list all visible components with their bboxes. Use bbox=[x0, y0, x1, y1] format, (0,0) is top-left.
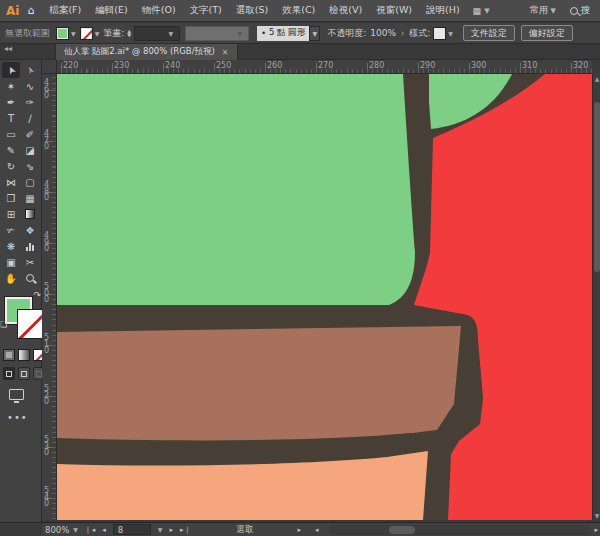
stroke-color-swatch[interactable] bbox=[80, 27, 93, 40]
menu-effect[interactable]: 效果(C) bbox=[275, 4, 322, 17]
free-transform-tool[interactable]: ▢ bbox=[21, 174, 39, 190]
ruler-corner[interactable] bbox=[42, 60, 57, 74]
search-field[interactable]: 搜 bbox=[570, 4, 600, 17]
edit-toolbar-icon[interactable]: ••• bbox=[7, 412, 28, 423]
symbol-sprayer-tool[interactable]: ❋ bbox=[2, 238, 20, 254]
type-tool[interactable]: T bbox=[2, 110, 20, 126]
artboard-tool[interactable]: ▣ bbox=[2, 254, 20, 270]
screen-mode-icon[interactable] bbox=[9, 389, 24, 400]
next-artboard-icon[interactable]: ▸ bbox=[169, 526, 174, 534]
status-pan-arrows[interactable]: ▸ ◂ bbox=[297, 526, 324, 534]
shape-builder-tool[interactable]: ❒ bbox=[2, 190, 20, 206]
line-segment-tool[interactable]: ∕ bbox=[21, 110, 39, 126]
workspace-label: 常用 bbox=[530, 4, 549, 17]
brush-definition-combo[interactable]: • 5 點 圓形 bbox=[257, 26, 309, 41]
preferences-button[interactable]: 偏好設定 bbox=[521, 25, 573, 41]
fill-color-swatch[interactable] bbox=[56, 27, 69, 40]
curvature-tool[interactable]: ✑ bbox=[21, 94, 39, 110]
default-fill-stroke-icon[interactable]: ❏ bbox=[0, 320, 7, 329]
blend-tool[interactable]: ❖ bbox=[21, 222, 39, 238]
opacity-panel-chevron[interactable]: › bbox=[401, 29, 404, 38]
scroll-down-icon[interactable]: ▼ bbox=[593, 512, 600, 519]
menu-type[interactable]: 文字(T) bbox=[183, 4, 229, 17]
gradient-tool[interactable] bbox=[21, 206, 39, 222]
scale-tool[interactable]: ⇘ bbox=[21, 158, 39, 174]
vertical-scrollbar[interactable]: ▲ ▼ bbox=[592, 74, 600, 520]
artboard-dropdown-icon[interactable]: ▼ bbox=[158, 526, 163, 533]
zoom-level[interactable]: 800% bbox=[45, 525, 69, 535]
draw-normal-button[interactable] bbox=[3, 367, 15, 380]
menu-window[interactable]: 視窗(W) bbox=[369, 4, 419, 17]
paintbrush-tool[interactable]: ✐ bbox=[21, 126, 39, 142]
menu-view[interactable]: 檢視(V) bbox=[322, 4, 369, 17]
last-artboard-icon[interactable]: ▸❘ bbox=[180, 526, 191, 534]
chevron-down-icon: ▼ bbox=[551, 7, 556, 15]
tools-panel: ➤➢✶∿✒✑T∕▭✐✎◪↻⇘⋈▢❒▦⊞✃❖❋▣✂✋ ↷ ❏ ••• bbox=[0, 60, 42, 536]
vertical-scroll-thumb[interactable] bbox=[594, 102, 600, 272]
menu-select[interactable]: 選取(S) bbox=[229, 4, 275, 17]
color-button[interactable] bbox=[3, 349, 15, 361]
rectangle-tool[interactable]: ▭ bbox=[2, 126, 20, 142]
zoom-dropdown-icon[interactable]: ▼ bbox=[73, 526, 78, 533]
hand-tool[interactable]: ✋ bbox=[2, 270, 20, 286]
horizontal-scroll-thumb[interactable] bbox=[389, 526, 415, 534]
mesh-tool-icon: ⊞ bbox=[7, 209, 15, 220]
workspace-switcher[interactable]: 常用 ▼ bbox=[530, 4, 556, 17]
horizontal-scrollbar[interactable] bbox=[329, 525, 591, 535]
zoom-tool[interactable] bbox=[21, 270, 39, 286]
h-ruler-label: 300 bbox=[471, 61, 486, 70]
v-ruler-label: 5 3 0 bbox=[44, 437, 49, 457]
menu-object[interactable]: 物件(O) bbox=[135, 4, 183, 17]
graphic-style-swatch[interactable] bbox=[433, 27, 446, 40]
home-icon[interactable]: ⌂ bbox=[27, 4, 34, 17]
h-ruler-label: 220 bbox=[63, 61, 78, 70]
menu-help[interactable]: 說明(H) bbox=[419, 4, 467, 17]
perspective-grid-tool[interactable]: ▦ bbox=[21, 190, 39, 206]
lasso-tool-icon: ∿ bbox=[26, 81, 34, 92]
stroke-weight-dropdown[interactable]: ▼ bbox=[134, 26, 180, 41]
scroll-up-icon[interactable]: ▲ bbox=[593, 75, 600, 82]
arrange-documents-icon[interactable]: ▦ bbox=[473, 6, 483, 16]
draw-behind-button[interactable] bbox=[18, 367, 30, 380]
first-artboard-icon[interactable]: ❘◂ bbox=[85, 526, 96, 534]
column-graph-tool[interactable] bbox=[21, 238, 39, 254]
document-tab-bar: ◂◂ 仙人掌 貼圖2.ai* @ 800% (RGB/預視) ✕ bbox=[0, 44, 600, 60]
rotate-tool[interactable]: ↻ bbox=[2, 158, 20, 174]
pen-tool[interactable]: ✒ bbox=[2, 94, 20, 110]
type-tool-icon: T bbox=[8, 113, 14, 124]
eraser-tool[interactable]: ◪ bbox=[21, 142, 39, 158]
selection-tool[interactable]: ➤ bbox=[2, 62, 20, 78]
horizontal-ruler[interactable]: 220230240250260270280290300310320 bbox=[57, 60, 592, 74]
swap-fill-stroke-icon[interactable]: ↷ bbox=[33, 290, 41, 300]
eyedropper-tool[interactable]: ✃ bbox=[2, 222, 20, 238]
mesh-tool[interactable]: ⊞ bbox=[2, 206, 20, 222]
pencil-tool[interactable]: ✎ bbox=[2, 142, 20, 158]
brush-dropdown-button[interactable]: ▼ bbox=[309, 26, 320, 41]
eyedropper-tool-icon: ✃ bbox=[7, 225, 15, 236]
vertical-ruler[interactable]: 4 6 04 7 04 8 04 9 05 0 05 1 05 2 05 3 0… bbox=[42, 74, 57, 520]
document-setup-button[interactable]: 文件設定 bbox=[463, 25, 515, 41]
canvas-area[interactable] bbox=[57, 74, 592, 520]
scroll-right-icon[interactable]: ▸ bbox=[594, 526, 598, 534]
menu-file[interactable]: 檔案(F) bbox=[42, 4, 88, 17]
slice-tool[interactable]: ✂ bbox=[21, 254, 39, 270]
menu-edit[interactable]: 編輯(E) bbox=[88, 4, 134, 17]
artboard-number-field[interactable]: 8 bbox=[113, 524, 151, 535]
direct-selection-tool[interactable]: ➢ bbox=[21, 62, 39, 78]
width-tool[interactable]: ⋈ bbox=[2, 174, 20, 190]
gradient-button[interactable] bbox=[18, 349, 30, 361]
previous-artboard-icon[interactable]: ◂ bbox=[102, 526, 107, 534]
chevron-down-icon[interactable]: ▼ bbox=[71, 30, 76, 37]
v-ruler-label: 5 1 0 bbox=[44, 335, 49, 355]
chevron-down-icon[interactable]: ▼ bbox=[95, 30, 100, 37]
eraser-tool-icon: ◪ bbox=[25, 145, 34, 156]
close-icon[interactable]: ✕ bbox=[222, 48, 229, 57]
magic-wand-tool[interactable]: ✶ bbox=[2, 78, 20, 94]
opacity-value[interactable]: 100% bbox=[370, 28, 396, 38]
lasso-tool[interactable]: ∿ bbox=[21, 78, 39, 94]
chevron-down-icon[interactable]: ▼ bbox=[448, 30, 453, 37]
toolbar-collapse-icon[interactable]: ◂◂ bbox=[4, 44, 12, 53]
opacity-label: 不透明度: bbox=[327, 27, 366, 40]
stroke-weight-stepper[interactable]: ▲▼ bbox=[127, 29, 131, 37]
document-tab[interactable]: 仙人掌 貼圖2.ai* @ 800% (RGB/預視) ✕ bbox=[55, 44, 238, 60]
